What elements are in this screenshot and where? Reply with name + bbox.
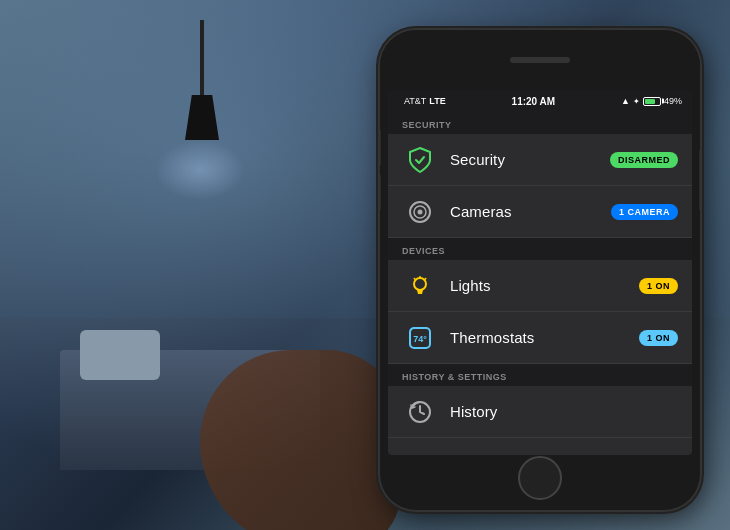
phone-top [380,30,700,90]
menu-item-history[interactable]: History [388,386,692,438]
thermostats-badge: 1 ON [639,330,678,346]
bluetooth-icon: ✦ [633,97,640,106]
menu-item-security[interactable]: Security Disarmed [388,134,692,186]
volume-down-button[interactable] [380,175,381,210]
thermostats-label: Thermostats [450,329,639,346]
lights-label: Lights [450,277,639,294]
svg-line-5 [425,278,426,280]
volume-up-button[interactable] [380,130,381,165]
history-icon [402,394,438,430]
hand [200,350,400,530]
section-header-security: SECURITY [388,112,692,134]
battery-icon [643,97,661,106]
rules-icon [402,446,438,456]
lights-icon [402,268,438,304]
app-content: SECURITY Security Disarmed [388,112,692,455]
security-icon [402,142,438,178]
security-label: Security [450,151,610,168]
menu-item-cameras[interactable]: Cameras 1 CAMERA [388,186,692,238]
cameras-badge: 1 CAMERA [611,204,678,220]
status-left: AT&T LTE [398,96,446,106]
battery-percent: 49% [664,96,682,106]
svg-line-6 [414,278,415,280]
bg-glow [155,140,245,200]
menu-item-rules[interactable]: Rules 6 ON [388,438,692,455]
svg-text:74°: 74° [413,334,427,344]
thermostats-icon: 74° [402,320,438,356]
menu-item-thermostats[interactable]: 74° Thermostats 1 ON [388,312,692,364]
home-button[interactable] [518,456,562,500]
power-button[interactable] [699,150,700,210]
phone: AT&T LTE 11:20 AM ▲ ✦ 49% SECURITY [380,30,700,510]
network-label: LTE [429,96,445,106]
history-label: History [450,403,678,420]
battery-tip [662,99,664,104]
bg-lamp [200,20,204,100]
section-header-history: HISTORY & SETTINGS [388,364,692,386]
phone-speaker [510,57,570,63]
svg-point-3 [414,278,426,290]
section-header-devices: DEVICES [388,238,692,260]
status-time: 11:20 AM [512,96,556,107]
wifi-icon: ▲ [621,96,630,106]
cameras-label: Cameras [450,203,611,220]
security-badge: Disarmed [610,152,678,168]
phone-screen: AT&T LTE 11:20 AM ▲ ✦ 49% SECURITY [388,90,692,455]
status-right: ▲ ✦ 49% [621,96,682,106]
menu-item-lights[interactable]: Lights 1 ON [388,260,692,312]
status-bar: AT&T LTE 11:20 AM ▲ ✦ 49% [388,90,692,112]
battery-fill [645,99,655,104]
carrier-label: AT&T [404,96,426,106]
svg-point-2 [418,209,423,214]
cameras-icon [402,194,438,230]
lights-badge: 1 ON [639,278,678,294]
phone-body: AT&T LTE 11:20 AM ▲ ✦ 49% SECURITY [380,30,700,510]
bg-pillow [80,330,160,380]
